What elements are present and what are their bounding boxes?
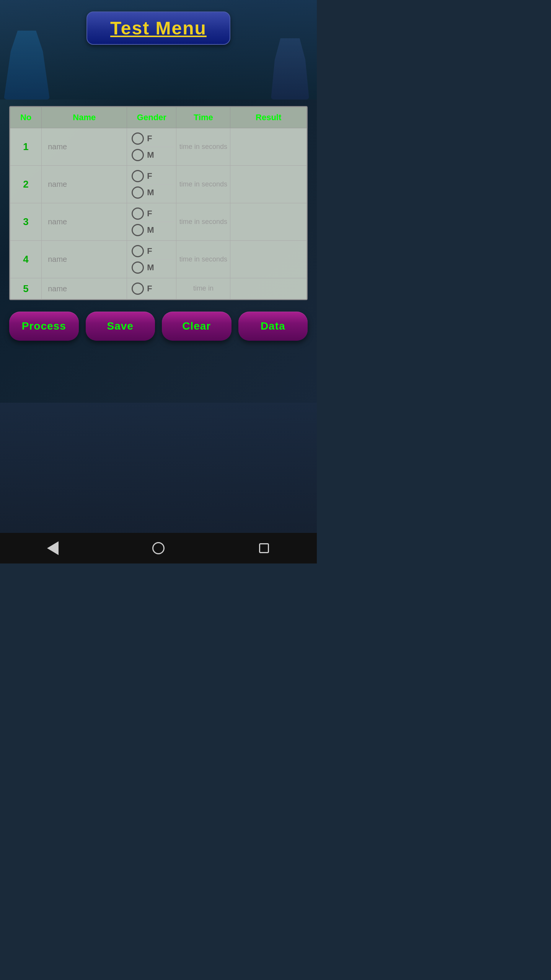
table-row: 5nameFtime in (10, 278, 307, 299)
radio-m-icon (132, 186, 144, 199)
col-header-gender: Gender (127, 107, 176, 128)
row-5-gender: F (127, 278, 176, 299)
row-2-gender-m-option[interactable]: M (129, 185, 174, 201)
row-1-result (230, 128, 307, 166)
recents-icon (259, 543, 269, 553)
page-title: Test Menu (110, 18, 207, 38)
col-header-time: Time (176, 107, 230, 128)
gender-m-label: M (147, 263, 154, 273)
action-buttons-row: Process Save Clear Data (9, 312, 308, 341)
radio-m-icon (132, 224, 144, 236)
row-4-gender-m-option[interactable]: M (129, 260, 174, 276)
data-button[interactable]: Data (238, 312, 308, 341)
table-row: 3nameFMtime in seconds (10, 203, 307, 241)
row-4-result (230, 241, 307, 278)
gender-f-label: F (147, 171, 152, 181)
row-1-time[interactable]: time in seconds (176, 128, 230, 166)
radio-f-icon (132, 245, 144, 257)
row-4-no: 4 (10, 241, 42, 278)
row-3-time[interactable]: time in seconds (176, 203, 230, 241)
radio-m-icon (132, 261, 144, 274)
col-header-name: Name (42, 107, 127, 128)
home-icon (152, 542, 165, 554)
row-3-result (230, 203, 307, 241)
radio-f-icon (132, 132, 144, 145)
row-4-gender: FM (127, 241, 176, 278)
row-3-gender-m-option[interactable]: M (129, 222, 174, 238)
gender-f-label: F (147, 284, 152, 294)
row-3-no: 3 (10, 203, 42, 241)
clear-button[interactable]: Clear (162, 312, 231, 341)
row-5-time[interactable]: time in (176, 278, 230, 299)
gender-f-label: F (147, 134, 152, 144)
process-button[interactable]: Process (9, 312, 79, 341)
col-header-result: Result (230, 107, 307, 128)
row-5-result (230, 278, 307, 299)
table-row: 4nameFMtime in seconds (10, 241, 307, 278)
nav-back-button[interactable] (41, 537, 64, 560)
row-3-name[interactable]: name (42, 203, 127, 241)
nav-home-button[interactable] (147, 537, 170, 560)
row-4-name[interactable]: name (42, 241, 127, 278)
row-5-name[interactable]: name (42, 278, 127, 299)
row-2-time[interactable]: time in seconds (176, 166, 230, 203)
nav-recents-button[interactable] (253, 537, 276, 560)
col-header-no: No (10, 107, 42, 128)
row-1-no: 1 (10, 128, 42, 166)
row-3-gender-f-option[interactable]: F (129, 206, 174, 222)
table-row: 1nameFMtime in seconds (10, 128, 307, 166)
row-2-gender: FM (127, 166, 176, 203)
gender-f-label: F (147, 246, 152, 256)
table-header-row: No Name Gender Time Result (10, 107, 307, 128)
data-table: No Name Gender Time Result 1nameFMtime i… (10, 107, 307, 299)
save-button[interactable]: Save (86, 312, 155, 341)
table-row: 2nameFMtime in seconds (10, 166, 307, 203)
gender-m-label: M (147, 150, 154, 160)
row-1-name[interactable]: name (42, 128, 127, 166)
row-1-gender: FM (127, 128, 176, 166)
row-1-gender-f-option[interactable]: F (129, 131, 174, 147)
row-2-no: 2 (10, 166, 42, 203)
title-container: Test Menu (86, 11, 230, 45)
row-2-name[interactable]: name (42, 166, 127, 203)
gender-m-label: M (147, 225, 154, 235)
gender-m-label: M (147, 188, 154, 198)
row-1-gender-m-option[interactable]: M (129, 147, 174, 163)
row-2-result (230, 166, 307, 203)
gender-f-label: F (147, 209, 152, 219)
data-table-wrapper: No Name Gender Time Result 1nameFMtime i… (9, 106, 308, 300)
row-3-gender: FM (127, 203, 176, 241)
radio-m-icon (132, 149, 144, 161)
back-icon (47, 541, 59, 555)
radio-f-icon (132, 207, 144, 220)
radio-f-icon (132, 283, 144, 295)
row-4-gender-f-option[interactable]: F (129, 243, 174, 260)
row-4-time[interactable]: time in seconds (176, 241, 230, 278)
row-2-gender-f-option[interactable]: F (129, 168, 174, 185)
row-5-no: 5 (10, 278, 42, 299)
main-content: Test Menu No Name Gender Time Result 1na… (0, 0, 317, 564)
row-5-gender-f-option[interactable]: F (129, 281, 174, 297)
navigation-bar (0, 533, 317, 564)
radio-f-icon (132, 170, 144, 182)
